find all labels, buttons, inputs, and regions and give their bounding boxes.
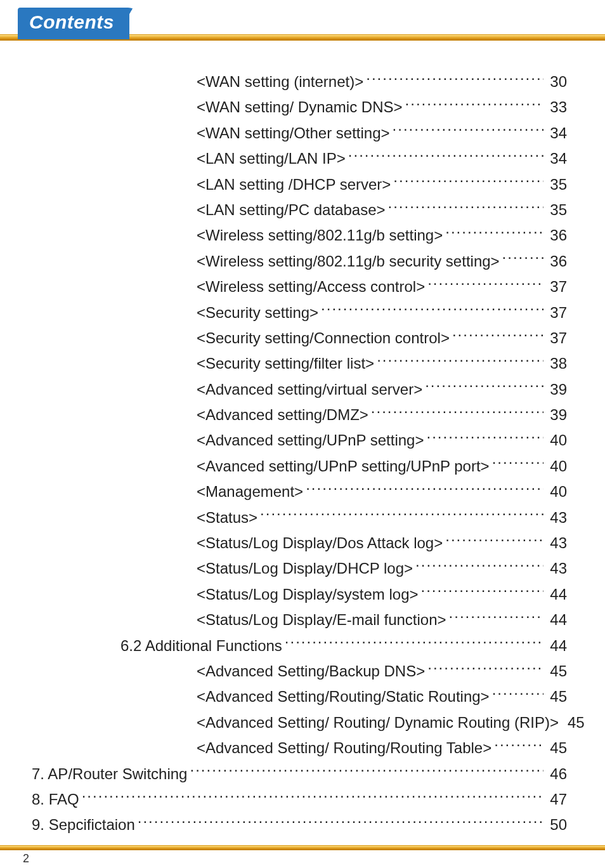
toc-row: <WAN setting (internet)>30	[32, 70, 567, 94]
toc-leaders	[348, 148, 544, 164]
toc-row: 9. Sepcifictaion50	[32, 813, 567, 837]
toc-entry-title: <LAN setting/LAN IP>	[197, 147, 346, 171]
page: Contents <WAN setting (internet)>30<WAN …	[0, 0, 605, 868]
toc-row: <Wireless setting/Access control>37	[32, 275, 567, 299]
toc-row: <Security setting/filter list>38	[32, 352, 567, 376]
toc-leaders	[82, 789, 544, 805]
toc-entry-title: <Status/Log Display/system log>	[197, 582, 419, 607]
toc-leaders	[393, 123, 544, 138]
toc-row: <LAN setting /DHCP server>35	[32, 173, 567, 197]
page-number: 2	[23, 852, 29, 865]
toc-entry-page: 43	[546, 506, 567, 530]
toc-leaders	[445, 225, 543, 240]
toc-leaders	[494, 738, 543, 753]
toc-row: <Management>40	[32, 480, 567, 504]
toc-leaders	[260, 508, 543, 523]
toc-leaders	[388, 200, 544, 215]
toc-entry-title: <Status/Log Display/E-mail function>	[197, 608, 446, 632]
toc-row: <Status/Log Display/Dos Attack log>43	[32, 531, 567, 555]
toc-entry-title: 8. FAQ	[32, 787, 79, 812]
toc-row: <Advanced Setting/Backup DNS>45	[32, 659, 567, 683]
toc-entry-title: <WAN setting/Other setting>	[197, 121, 390, 145]
toc-row: <Advanced Setting/Routing/Static Routing…	[32, 685, 567, 709]
toc-leaders	[366, 72, 543, 87]
toc-entry-page: 44	[546, 634, 567, 658]
toc-leaders	[426, 430, 543, 445]
toc-entry-page: 35	[546, 198, 567, 222]
toc-entry-page: 45	[546, 736, 567, 760]
toc-row: <LAN setting/PC database>35	[32, 198, 567, 222]
toc-entry-page: 30	[546, 70, 567, 94]
toc-leaders	[405, 97, 544, 112]
toc-entry-page: 36	[546, 249, 567, 273]
toc-leaders	[427, 661, 543, 676]
toc-entry-page: 43	[546, 531, 567, 555]
toc-entry-page: 37	[546, 275, 567, 299]
toc-row: <Advanced setting/UPnP setting>40	[32, 428, 567, 452]
toc-entry-title: <Wireless setting/802.11g/b setting>	[197, 223, 443, 247]
toc-leaders	[190, 764, 543, 779]
header-bar: Contents	[0, 0, 605, 44]
toc-entry-page: 36	[546, 223, 567, 247]
toc-row: <Advanced Setting/ Routing/ Dynamic Rout…	[32, 711, 567, 735]
toc-entry-page: 35	[546, 173, 567, 197]
toc-leaders	[452, 328, 543, 343]
toc-entry-title: <Status/Log Display/DHCP log>	[197, 556, 413, 581]
toc-entry-title: <Advanced Setting/ Routing/Routing Table…	[197, 736, 491, 760]
toc-entry-title: <Advanced Setting/Backup DNS>	[197, 659, 425, 683]
toc-entry-page: 39	[546, 403, 567, 427]
toc-row: 7. AP/Router Switching46	[32, 762, 567, 786]
toc-entry-page: 40	[546, 454, 567, 478]
toc-entry-title: <Security setting>	[197, 301, 318, 325]
toc-leaders	[393, 174, 543, 190]
toc-row: <Wireless setting/802.11g/b setting>36	[32, 223, 567, 247]
toc-row: <Advanced Setting/ Routing/Routing Table…	[32, 736, 567, 760]
toc-row: <Status>43	[32, 506, 567, 530]
toc-leaders	[285, 636, 543, 651]
toc-leaders	[427, 277, 543, 292]
toc-leaders	[492, 687, 544, 702]
toc-entry-page: 38	[546, 352, 567, 376]
toc-entry-title: <Management>	[197, 480, 303, 504]
toc-entry-title: <Status/Log Display/Dos Attack log>	[197, 531, 443, 555]
toc-entry-title: <Advanced setting/DMZ>	[197, 403, 368, 427]
toc-entry-title: <Advanced Setting/Routing/Static Routing…	[197, 685, 490, 709]
toc-entry-page: 34	[546, 147, 567, 171]
toc-entry-page: 37	[546, 301, 567, 325]
footer-stripe	[0, 845, 605, 850]
toc-leaders	[371, 405, 543, 420]
toc-entry-title: 6.2 Additional Functions	[120, 634, 282, 658]
toc-leaders	[502, 251, 544, 266]
toc-row: <Avanced setting/UPnP setting/UPnP port>…	[32, 454, 567, 478]
toc-entry-page: 44	[546, 582, 567, 607]
toc-entry-title: <LAN setting/PC database>	[197, 198, 386, 222]
toc-entry-page: 34	[546, 121, 567, 145]
toc-entry-page: 40	[546, 428, 567, 452]
toc-leaders	[449, 610, 544, 625]
toc-row: 8. FAQ47	[32, 787, 567, 812]
toc-entry-title: <Security setting/Connection control>	[197, 326, 450, 350]
toc-entry-title: 9. Sepcifictaion	[32, 813, 135, 837]
toc-entry-title: <Status>	[197, 506, 257, 530]
toc-leaders	[321, 303, 543, 318]
toc-row: <Status/Log Display/E-mail function>44	[32, 608, 567, 632]
toc-row: <Advanced setting/virtual server>39	[32, 378, 567, 402]
toc-entry-title: <LAN setting /DHCP server>	[197, 173, 391, 197]
toc-entry-page: 43	[546, 556, 567, 581]
toc-leaders	[377, 353, 543, 369]
toc-leaders	[415, 558, 543, 574]
toc-row: <Security setting/Connection control>37	[32, 326, 567, 350]
toc-entry-title: <WAN setting (internet)>	[197, 70, 363, 94]
toc-entry-title: <WAN setting/ Dynamic DNS>	[197, 95, 403, 119]
toc-entry-page: 33	[546, 95, 567, 119]
toc-leaders	[492, 456, 544, 471]
contents-tab-label: Contents	[29, 11, 114, 32]
toc-row: 6.2 Additional Functions44	[32, 634, 567, 658]
toc-row: <Status/Log Display/system log>44	[32, 582, 567, 607]
toc-entry-title: <Wireless setting/802.11g/b security set…	[197, 249, 500, 273]
toc-entry-page: 39	[546, 378, 567, 402]
toc-leaders	[425, 379, 543, 395]
toc-entry-title: <Advanced Setting/ Routing/ Dynamic Rout…	[197, 711, 559, 735]
toc-leaders	[138, 815, 544, 830]
toc-entry-title: <Wireless setting/Access control>	[197, 275, 425, 299]
